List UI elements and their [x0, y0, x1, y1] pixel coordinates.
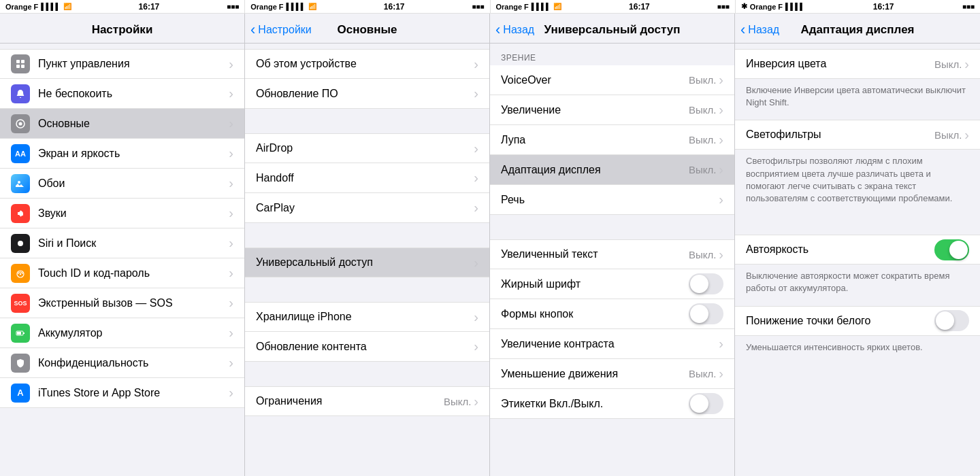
airdrop-chevron	[474, 141, 478, 156]
do-not-disturb-icon	[11, 84, 30, 103]
color-inversion-label: Инверсия цвета	[746, 58, 934, 70]
universal-access-header: Назад Универсальный доступ	[490, 14, 734, 44]
time-1: 16:17	[139, 2, 160, 12]
reduce-white-label: Понижение точки белого	[746, 315, 934, 327]
button-shapes-label: Формы кнопок	[501, 308, 689, 320]
ua-item-display-adapt[interactable]: Адаптация дисплея Выкл.	[490, 155, 734, 185]
touch-id-chevron	[229, 265, 233, 281]
basic-item-carplay[interactable]: CarPlay	[245, 193, 489, 223]
ua-item-on-off-labels[interactable]: Этикетки Вкл./Выкл.	[490, 389, 734, 419]
privacy-icon	[11, 354, 30, 373]
settings-title: Настройки	[92, 23, 153, 37]
color-inversion-value: Выкл.	[934, 58, 962, 70]
settings-item-control-center[interactable]: Пункт управления	[0, 49, 244, 79]
universal-access-panel: Назад Универсальный доступ ЗРЕНИЕ VoiceO…	[490, 14, 735, 476]
ua-item-bold-font[interactable]: Жирный шрифт	[490, 269, 734, 299]
bluetooth-icon: ✱	[741, 2, 747, 11]
color-inversion-description: Включение Инверсии цвета автоматически в…	[735, 79, 980, 114]
on-off-labels-toggle[interactable]	[689, 393, 723, 414]
display-icon: AA	[11, 144, 30, 163]
button-shapes-toggle[interactable]	[689, 303, 723, 324]
settings-item-do-not-disturb[interactable]: Не беспокоить	[0, 79, 244, 109]
ua-item-speech[interactable]: Речь	[490, 185, 734, 215]
larger-text-label: Увеличенный текст	[501, 248, 689, 260]
ua-item-button-shapes[interactable]: Формы кнопок	[490, 299, 734, 329]
basic-icon	[11, 114, 30, 133]
basic-item-restrictions[interactable]: Ограничения Выкл.	[245, 386, 489, 416]
settings-header: Настройки	[0, 14, 244, 44]
sounds-chevron	[229, 205, 233, 221]
status-bar-panel4: ✱ Orange F ▌▌▌▌ 16:17 ■■■	[736, 0, 980, 13]
time-4: 16:17	[873, 2, 894, 12]
auto-brightness-label: Автояркость	[746, 243, 934, 256]
settings-item-wallpaper[interactable]: Обои	[0, 169, 244, 199]
control-center-label: Пункт управления	[38, 58, 229, 70]
display-adapt-panel: Назад Адаптация дисплея Инверсия цвета В…	[735, 14, 980, 476]
bold-font-toggle[interactable]	[689, 273, 723, 294]
ua-item-increase-contrast[interactable]: Увеличение контраста	[490, 329, 734, 359]
basic-back-button[interactable]: Настройки	[250, 21, 312, 39]
restrictions-label: Ограничения	[256, 395, 444, 407]
handoff-label: Handoff	[256, 172, 474, 184]
reduce-motion-chevron	[719, 366, 723, 381]
vision-section-header: ЗРЕНИЕ	[490, 49, 734, 65]
settings-item-display[interactable]: AA Экран и яркость	[0, 139, 244, 169]
display-adapt-back-button[interactable]: Назад	[740, 21, 779, 39]
settings-item-touch-id[interactable]: Touch ID и код-пароль	[0, 258, 244, 288]
ua-item-voiceover[interactable]: VoiceOver Выкл.	[490, 65, 734, 95]
settings-item-privacy[interactable]: Конфиденциальность	[0, 348, 244, 378]
da-back-chevron-icon	[740, 21, 747, 39]
svg-rect-1	[21, 60, 24, 63]
update-chevron	[474, 86, 478, 101]
basic-item-about[interactable]: Об этом устройстве	[245, 49, 489, 79]
settings-item-basic[interactable]: Основные	[0, 109, 244, 139]
restrictions-value: Выкл.	[444, 396, 471, 407]
ua-item-larger-text[interactable]: Увеличенный текст Выкл.	[490, 239, 734, 269]
time-3: 16:17	[629, 2, 650, 12]
about-label: Об этом устройстве	[256, 58, 474, 70]
universal-access-back-button[interactable]: Назад	[495, 21, 534, 39]
basic-item-handoff[interactable]: Handoff	[245, 163, 489, 193]
signal-2: ▌▌▌▌	[287, 3, 306, 10]
da-item-color-inversion[interactable]: Инверсия цвета Выкл.	[735, 49, 980, 79]
da-item-color-filters[interactable]: Светофильтры Выкл.	[735, 120, 980, 150]
settings-item-battery[interactable]: Аккумулятор	[0, 318, 244, 348]
voiceover-chevron	[719, 72, 723, 88]
auto-brightness-toggle[interactable]	[934, 239, 969, 260]
ua-item-reduce-motion[interactable]: Уменьшение движения Выкл.	[490, 359, 734, 389]
da-item-auto-brightness[interactable]: Автояркость	[735, 235, 980, 265]
larger-text-value: Выкл.	[689, 249, 716, 260]
sos-chevron	[229, 295, 233, 311]
reduce-white-toggle[interactable]	[934, 310, 969, 331]
reduce-motion-label: Уменьшение движения	[501, 368, 689, 380]
signal-1: ▌▌▌▌	[41, 3, 60, 10]
settings-item-siri[interactable]: Siri и Поиск	[0, 228, 244, 258]
basic-item-airdrop[interactable]: AirDrop	[245, 133, 489, 163]
basic-panel: Настройки Основные Об этом устройстве Об…	[245, 14, 490, 476]
carplay-chevron	[474, 200, 478, 216]
basic-item-storage[interactable]: Хранилище iPhone	[245, 302, 489, 332]
content-update-chevron	[474, 339, 478, 354]
sounds-label: Звуки	[38, 207, 229, 220]
back-chevron-icon	[250, 21, 257, 39]
ua-item-zoom[interactable]: Увеличение Выкл.	[490, 95, 734, 125]
carplay-label: CarPlay	[256, 202, 474, 214]
svg-point-6	[18, 181, 20, 184]
da-item-reduce-white[interactable]: Понижение точки белого	[735, 306, 980, 336]
settings-item-sos[interactable]: SOS Экстренный вызов — SOS	[0, 288, 244, 318]
color-filters-description: Светофильтры позволяют людям с плохим во…	[735, 150, 980, 210]
speech-label: Речь	[501, 194, 719, 206]
basic-list: Об этом устройстве Обновление ПО AirDrop…	[245, 44, 489, 476]
settings-item-sounds[interactable]: Звуки	[0, 199, 244, 228]
status-bar-panel1: Orange F ▌▌▌▌ 📶 16:17 ■■■	[0, 0, 245, 13]
svg-rect-2	[16, 65, 20, 68]
basic-item-content-update[interactable]: Обновление контента	[245, 332, 489, 362]
basic-item-update[interactable]: Обновление ПО	[245, 79, 489, 109]
magnifier-value: Выкл.	[689, 134, 716, 146]
basic-item-universal-access[interactable]: Универсальный доступ	[245, 248, 489, 277]
battery-1: ■■■	[227, 3, 239, 10]
universal-access-label: Универсальный доступ	[256, 256, 474, 269]
control-center-icon	[11, 54, 30, 73]
settings-item-itunes[interactable]: A iTunes Store и App Store	[0, 378, 244, 408]
ua-item-magnifier[interactable]: Лупа Выкл.	[490, 125, 734, 155]
